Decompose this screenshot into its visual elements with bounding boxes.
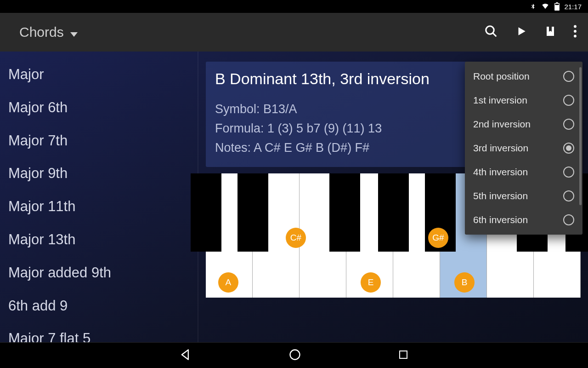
play-icon: [515, 24, 527, 40]
note-marker-csharp: C#: [286, 228, 306, 248]
bookmark-icon: [545, 24, 556, 40]
bookmark-button[interactable]: [545, 24, 556, 40]
radio-icon: [563, 95, 574, 106]
search-icon: [484, 24, 498, 40]
mode-dropdown[interactable]: Chords: [19, 24, 476, 40]
status-time: 21:17: [564, 3, 582, 11]
scrollbar[interactable]: [579, 67, 582, 205]
home-icon: [288, 348, 301, 363]
recents-icon: [398, 349, 409, 362]
status-bar: 21:17: [0, 0, 588, 13]
inversion-option-selected[interactable]: 3rd inversion: [465, 136, 582, 160]
nav-home-button[interactable]: [288, 348, 301, 363]
back-icon: [179, 348, 192, 363]
list-item[interactable]: Major 7th: [0, 124, 198, 157]
android-nav-bar: [0, 342, 588, 368]
overflow-button[interactable]: [573, 25, 577, 40]
svg-rect-9: [400, 351, 407, 358]
svg-line-4: [493, 33, 497, 37]
list-item[interactable]: Major 6th: [0, 91, 198, 124]
list-item[interactable]: Major: [0, 58, 198, 91]
list-item[interactable]: Major 13th: [0, 223, 198, 256]
list-item[interactable]: Major 7 flat 5: [0, 322, 198, 342]
note-marker-e: E: [361, 272, 381, 293]
svg-rect-2: [555, 4, 559, 5]
inversion-popup: Root position 1st inversion 2nd inversio…: [465, 62, 582, 235]
radio-icon: [563, 214, 574, 225]
appbar-actions: [484, 24, 581, 40]
list-item[interactable]: Major 11th: [0, 190, 198, 223]
radio-icon: [563, 167, 574, 178]
inversion-option[interactable]: 2nd inversion: [465, 112, 582, 136]
svg-rect-1: [556, 2, 558, 4]
radio-icon: [563, 190, 574, 201]
list-item[interactable]: Major 9th: [0, 157, 198, 190]
bluetooth-icon: [530, 2, 536, 11]
note-marker-gsharp: G#: [428, 228, 448, 248]
inversion-option[interactable]: Root position: [465, 64, 582, 88]
play-button[interactable]: [515, 24, 527, 40]
list-item[interactable]: Major added 9th: [0, 256, 198, 289]
battery-icon: [554, 2, 560, 11]
app-bar: Chords: [0, 13, 588, 52]
white-key[interactable]: [300, 173, 346, 298]
note-marker-b: B: [454, 272, 475, 293]
chord-detail: B Dominant 13th, 3rd inversion Symbol: B…: [198, 52, 588, 342]
chord-type-list[interactable]: Major Major 6th Major 7th Major 9th Majo…: [0, 52, 198, 342]
note-marker-a: A: [218, 272, 238, 293]
radio-icon: [563, 71, 574, 82]
inversion-option[interactable]: 6th inversion: [465, 208, 582, 232]
main-area: Major Major 6th Major 7th Major 9th Majo…: [0, 52, 588, 342]
svg-point-3: [486, 26, 494, 34]
search-button[interactable]: [484, 24, 498, 40]
inversion-option[interactable]: 5th inversion: [465, 184, 582, 208]
svg-point-7: [574, 35, 577, 38]
inversion-option[interactable]: 1st inversion: [465, 88, 582, 112]
svg-point-5: [574, 25, 577, 28]
overflow-icon: [573, 25, 577, 40]
radio-icon-selected: [563, 143, 574, 154]
nav-recents-button[interactable]: [398, 349, 409, 362]
svg-point-6: [574, 30, 577, 33]
nav-back-button[interactable]: [179, 348, 192, 363]
inversion-option[interactable]: 4th inversion: [465, 160, 582, 184]
mode-title: Chords: [19, 24, 64, 40]
list-item[interactable]: 6th add 9: [0, 289, 198, 322]
wifi-icon: [541, 3, 550, 10]
radio-icon: [563, 119, 574, 130]
svg-point-8: [290, 350, 300, 359]
chevron-down-icon: [70, 24, 78, 40]
